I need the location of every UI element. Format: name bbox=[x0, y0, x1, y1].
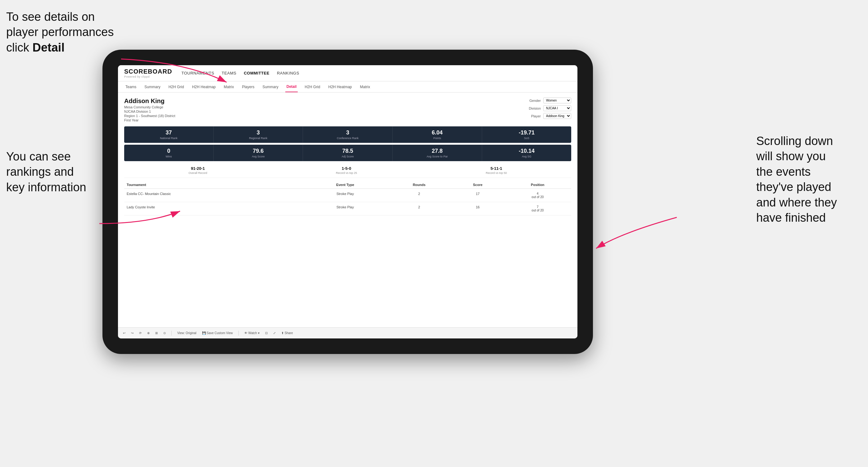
tournament-name-2: Lady Coyote Invite bbox=[124, 202, 303, 216]
player-region: Region 1 - Southwest (18) District bbox=[124, 114, 175, 118]
player-header: Addison King Mesa Community College NJCA… bbox=[124, 97, 571, 122]
sub-nav-players[interactable]: Players bbox=[241, 81, 255, 92]
main-content: Addison King Mesa Community College NJCA… bbox=[118, 93, 578, 327]
nav-committee[interactable]: COMMITTEE bbox=[244, 71, 270, 75]
table-row: Estella CC- Mountain Classic Stroke Play… bbox=[124, 189, 571, 202]
sub-nav-summary2[interactable]: Summary bbox=[261, 81, 279, 92]
view-original-btn[interactable]: View: Original bbox=[176, 331, 198, 335]
sub-nav-teams[interactable]: Teams bbox=[124, 81, 137, 92]
sub-nav-matrix2[interactable]: Matrix bbox=[359, 81, 372, 92]
player-division: NJCAA Division 1 bbox=[124, 110, 175, 113]
annotation-right: Scrolling down will show you the events … bbox=[756, 133, 862, 225]
nav-teams[interactable]: TEAMS bbox=[222, 71, 236, 75]
player-filter-label: Player bbox=[525, 114, 541, 118]
zoom-btn[interactable]: ⊕ bbox=[146, 331, 151, 335]
record-top50: 5-11-1 Record vs top 50 bbox=[486, 166, 507, 175]
sub-nav-h2h-heatmap2[interactable]: H2H Heatmap bbox=[327, 81, 353, 92]
detail-panel: Addison King Mesa Community College NJCA… bbox=[118, 93, 578, 327]
logo-subtitle: Powered by clippd bbox=[124, 75, 172, 78]
stat-avg-score: 79.6 Avg Score bbox=[214, 145, 303, 161]
player-year: First Year bbox=[124, 118, 175, 122]
screen-btn[interactable]: ⊡ bbox=[264, 331, 269, 335]
annotation-top-left: To see details on player performances cl… bbox=[6, 9, 124, 55]
tablet-device: SCOREBOARD Powered by clippd TOURNAMENTS… bbox=[102, 50, 593, 354]
expand-btn[interactable]: ⤢ bbox=[272, 331, 277, 335]
sub-nav-h2h-grid2[interactable]: H2H Grid bbox=[303, 81, 321, 92]
sub-nav-h2h-heatmap[interactable]: H2H Heatmap bbox=[191, 81, 217, 92]
eye-icon: 👁 bbox=[244, 331, 247, 335]
stat-national-rank: 37 National Rank bbox=[124, 126, 214, 143]
division-filter-row: Division NJCAA I bbox=[525, 105, 571, 111]
table-row: Lady Coyote Invite Stroke Play 2 16 7 ou… bbox=[124, 202, 571, 216]
gender-label: Gender bbox=[525, 99, 541, 102]
top-nav: SCOREBOARD Powered by clippd TOURNAMENTS… bbox=[118, 65, 578, 81]
share-icon: ⬆ bbox=[281, 331, 284, 335]
undo-btn[interactable]: ↩ bbox=[122, 331, 127, 335]
player-filters: Gender Women Division NJCAA I bbox=[525, 97, 571, 122]
nav-tournaments[interactable]: TOURNAMENTS bbox=[181, 71, 214, 75]
division-select[interactable]: NJCAA I bbox=[543, 105, 571, 111]
sub-nav-matrix[interactable]: Matrix bbox=[223, 81, 235, 92]
share-btn[interactable]: ⬆ Share bbox=[280, 331, 294, 335]
sub-nav-h2h-grid[interactable]: H2H Grid bbox=[167, 81, 185, 92]
position-2: 7 out of 20 bbox=[504, 202, 571, 216]
col-header-score: Score bbox=[452, 181, 504, 189]
score-1: 17 bbox=[452, 189, 504, 202]
player-filter-row: Player Addison King bbox=[525, 113, 571, 119]
col-header-rounds: Rounds bbox=[387, 181, 452, 189]
position-1: 4 out of 20 bbox=[504, 189, 571, 202]
sub-nav: Teams Summary H2H Grid H2H Heatmap Matri… bbox=[118, 81, 578, 93]
stat-adj-score: 78.5 Adj Score bbox=[303, 145, 393, 161]
gender-filter-row: Gender Women bbox=[525, 97, 571, 103]
nav-rankings[interactable]: RANKINGS bbox=[277, 71, 299, 75]
rounds-2: 2 bbox=[387, 202, 452, 216]
redo-btn[interactable]: ↪ bbox=[130, 331, 135, 335]
save-icon: 💾 bbox=[202, 331, 206, 335]
tournament-table: Tournament Event Type Rounds Score Posit… bbox=[124, 181, 571, 216]
stats-grid-row2: 0 Wins 79.6 Avg Score 78.5 Adj Score 27.… bbox=[124, 145, 571, 161]
tablet-screen: SCOREBOARD Powered by clippd TOURNAMENTS… bbox=[118, 65, 578, 338]
clock-btn[interactable]: ⊙ bbox=[162, 331, 167, 335]
sub-nav-summary[interactable]: Summary bbox=[143, 81, 161, 92]
stat-avg-sg: -10.14 Avg SG bbox=[482, 145, 571, 161]
player-select[interactable]: Addison King bbox=[543, 113, 571, 119]
nav-items: TOURNAMENTS TEAMS COMMITTEE RANKINGS bbox=[181, 71, 299, 75]
stat-regional-rank: 3 Regional Rank bbox=[214, 126, 303, 143]
sub-nav-detail[interactable]: Detail bbox=[285, 81, 298, 92]
grid-btn[interactable]: ⊞ bbox=[154, 331, 159, 335]
player-college: Mesa Community College bbox=[124, 105, 175, 109]
col-header-position: Position bbox=[504, 181, 571, 189]
stats-grid-row1: 37 National Rank 3 Regional Rank 3 Confe… bbox=[124, 126, 571, 143]
stat-conference-rank: 3 Conference Rank bbox=[303, 126, 393, 143]
logo-title: SCOREBOARD bbox=[124, 68, 172, 75]
save-custom-btn[interactable]: 💾 Save Custom View bbox=[201, 331, 234, 335]
player-info: Addison King Mesa Community College NJCA… bbox=[124, 97, 175, 122]
score-2: 16 bbox=[452, 202, 504, 216]
annotation-bottom-left: You can see rankings and key information bbox=[6, 149, 105, 195]
stat-sos: -19.71 SoS bbox=[482, 126, 571, 143]
division-label: Division bbox=[525, 106, 541, 110]
gender-select[interactable]: Women bbox=[543, 97, 571, 103]
records-row: 91-20-1 Overall Record 1-5-0 Record vs t… bbox=[124, 163, 571, 178]
col-header-tournament: Tournament bbox=[124, 181, 303, 189]
event-type-1: Stroke Play bbox=[303, 189, 387, 202]
bottom-toolbar: ↩ ↪ ⟳ ⊕ ⊞ ⊙ View: Original 💾 Save Custom… bbox=[118, 327, 578, 338]
record-top25: 1-5-0 Record vs top 25 bbox=[336, 166, 357, 175]
stat-points: 6.04 Points bbox=[393, 126, 482, 143]
logo-area: SCOREBOARD Powered by clippd bbox=[124, 68, 172, 78]
rounds-1: 2 bbox=[387, 189, 452, 202]
stat-wins: 0 Wins bbox=[124, 145, 214, 161]
chevron-down-icon: ▾ bbox=[258, 331, 259, 335]
tournament-name-1: Estella CC- Mountain Classic bbox=[124, 189, 303, 202]
stat-avg-score-par: 27.8 Avg Score to Par bbox=[393, 145, 482, 161]
refresh-btn[interactable]: ⟳ bbox=[138, 331, 143, 335]
event-type-2: Stroke Play bbox=[303, 202, 387, 216]
col-header-type: Event Type bbox=[303, 181, 387, 189]
overall-record: 91-20-1 Overall Record bbox=[188, 166, 207, 175]
player-name: Addison King bbox=[124, 97, 175, 105]
watch-btn[interactable]: 👁 Watch ▾ bbox=[243, 331, 261, 335]
